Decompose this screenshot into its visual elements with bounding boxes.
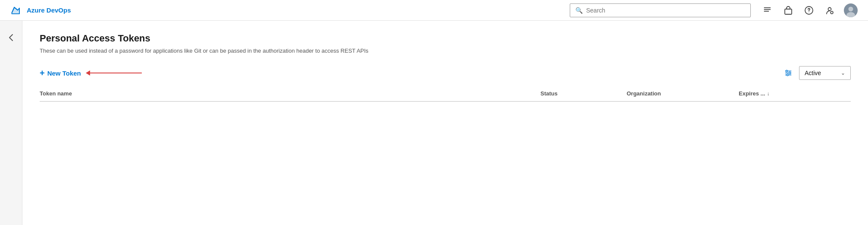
col-header-status[interactable]: Status (540, 90, 627, 97)
status-dropdown-value: Active (805, 70, 836, 76)
nav-logo[interactable]: Azure DevOps (10, 4, 71, 16)
page-title: Personal Access Tokens (40, 33, 851, 44)
svg-point-17 (849, 6, 853, 11)
help-icon-button[interactable] (802, 4, 815, 17)
avatar-image (844, 3, 858, 17)
status-dropdown[interactable]: Active ⌄ (799, 66, 851, 80)
svg-point-10 (828, 7, 831, 10)
avatar[interactable] (844, 3, 858, 17)
svg-point-5 (764, 9, 765, 10)
page-subtitle: These can be used instead of a password … (40, 48, 851, 54)
top-nav: Azure DevOps 🔍 (0, 0, 868, 21)
search-icon: 🔍 (575, 7, 583, 14)
col-header-organization[interactable]: Organization (627, 90, 739, 97)
bag-icon (784, 6, 793, 15)
svg-point-6 (764, 11, 765, 12)
filter-icon-button[interactable] (783, 67, 794, 79)
col-header-expires[interactable]: Expires ... ↓ (739, 90, 851, 97)
chevron-down-icon: ⌄ (841, 70, 845, 76)
search-input[interactable] (586, 7, 745, 14)
content-area: Personal Access Tokens These can be used… (22, 21, 868, 225)
search-box[interactable]: 🔍 (570, 3, 751, 17)
svg-point-22 (786, 70, 787, 72)
svg-point-9 (809, 11, 809, 12)
new-token-button[interactable]: + New Token (40, 67, 81, 79)
bag-icon-button[interactable] (782, 4, 795, 17)
tasks-icon-button[interactable] (761, 4, 774, 17)
table-header: Token name Status Organization Expires .… (40, 90, 851, 101)
col-label-expires: Expires ... (739, 90, 765, 97)
back-icon (7, 34, 15, 41)
svg-point-23 (789, 72, 791, 74)
col-label-token-name: Token name (40, 90, 72, 97)
tasks-icon (763, 6, 772, 15)
col-label-organization: Organization (627, 90, 661, 97)
user-settings-icon-button[interactable] (823, 4, 836, 17)
svg-rect-7 (785, 9, 792, 14)
azure-devops-logo-icon (10, 4, 22, 16)
user-settings-icon (825, 6, 834, 15)
help-icon (804, 6, 814, 15)
new-token-label: New Token (47, 70, 81, 77)
arrow-head (86, 70, 90, 76)
table-body (40, 101, 851, 102)
main-container: Personal Access Tokens These can be used… (0, 21, 868, 225)
arrow-annotation (86, 70, 142, 76)
nav-icons (761, 3, 858, 17)
filter-icon (784, 69, 792, 77)
nav-logo-text: Azure DevOps (27, 6, 71, 14)
toolbar-right: Active ⌄ (783, 66, 851, 80)
toolbar: + New Token (40, 66, 851, 80)
col-header-token-name[interactable]: Token name (40, 90, 540, 97)
arrow-line (90, 73, 142, 73)
svg-point-24 (787, 74, 788, 76)
sort-down-icon: ↓ (767, 91, 769, 97)
col-label-status: Status (540, 90, 558, 97)
svg-point-4 (764, 7, 765, 8)
sidebar (0, 21, 22, 225)
back-button[interactable] (5, 31, 18, 46)
new-token-plus-icon: + (40, 69, 45, 77)
